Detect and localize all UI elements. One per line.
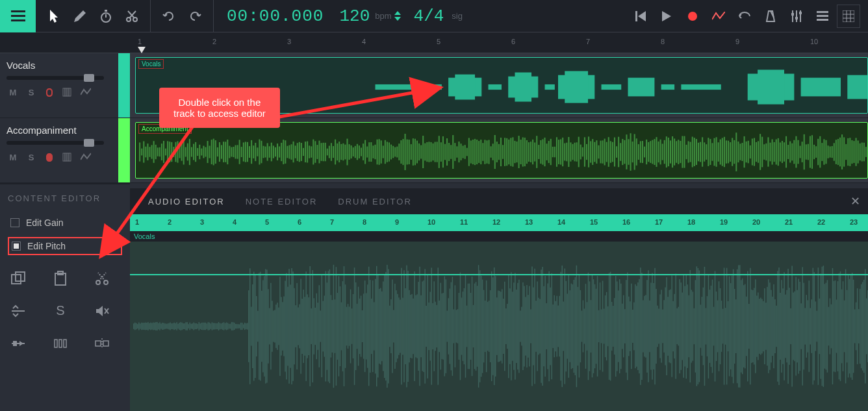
cursor-tool[interactable] [41,3,67,29]
svg-rect-704 [482,280,483,373]
svg-rect-209 [413,138,414,166]
piano-icon[interactable] [61,86,74,98]
svg-rect-345 [683,136,685,168]
loop-button[interactable] [733,5,756,28]
svg-rect-497 [212,322,213,330]
solo-button[interactable]: S [25,151,38,163]
svg-rect-971 [831,305,832,349]
play-button[interactable] [655,5,678,28]
timeline-ruler[interactable]: 12345678910 [130,32,868,53]
time-display[interactable]: 00:00.000 [214,6,337,26]
svg-rect-883 [716,292,717,361]
piano-icon[interactable] [61,151,74,163]
svg-rect-434 [862,143,863,162]
list-button[interactable] [811,5,834,28]
svg-rect-316 [626,134,627,169]
mute-tool[interactable] [92,301,112,321]
paste-tool[interactable] [50,268,71,289]
svg-rect-331 [656,137,657,167]
grid-button[interactable] [837,5,860,28]
automation-icon[interactable] [79,86,92,98]
svg-rect-99 [193,144,194,160]
svg-rect-421 [836,140,837,164]
volume-slider[interactable] [6,141,104,145]
track-lane-accompaniment[interactable]: Accompaniment [130,118,868,183]
tab-note-editor[interactable]: NOTE EDITOR [235,197,328,206]
editor-waveform[interactable] [130,242,868,411]
svg-rect-309 [612,142,613,162]
bpm-value[interactable]: 120 [337,6,372,26]
svg-rect-991 [857,288,858,364]
svg-rect-899 [737,269,738,383]
track-header-accompaniment[interactable]: Accompaniment M S [0,118,130,183]
tab-audio-editor[interactable]: AUDIO EDITOR [138,197,235,206]
pencil-tool[interactable] [67,3,93,29]
track-header-vocals[interactable]: Vocals M S [0,53,130,118]
playhead-icon[interactable] [138,47,146,53]
svg-rect-297 [588,136,589,167]
svg-rect-984 [848,275,849,378]
svg-rect-492 [205,323,207,330]
mixer-button[interactable] [785,5,808,28]
tab-drum-editor[interactable]: DRUM EDITOR [327,197,422,206]
bpm-down[interactable] [394,17,401,21]
cut-tool[interactable] [92,268,112,289]
undo-button[interactable] [156,3,182,29]
editor-ruler[interactable]: 1234567891011121314151617181920212223 [130,214,868,231]
svg-rect-144 [283,140,284,164]
split-tool[interactable] [92,333,112,354]
metronome-button[interactable] [759,5,782,28]
svg-rect-842 [662,310,663,343]
arm-record-icon[interactable] [43,151,56,163]
svg-rect-669 [436,305,437,347]
automation-icon[interactable] [79,151,92,163]
svg-rect-713 [494,268,495,385]
svg-rect-349 [692,137,693,168]
svg-rect-51 [64,340,66,347]
svg-rect-185 [364,140,366,164]
redo-button[interactable] [182,3,208,29]
svg-rect-924 [769,282,771,369]
solo-button[interactable]: S [25,86,38,98]
svg-rect-934 [782,288,784,364]
content-editor-panel: CONTENT EDITOR Edit Gain Edit Pitch S [0,183,130,411]
scissors-tool[interactable] [119,3,145,29]
close-icon[interactable]: ✕ [850,194,860,208]
edit-pitch-option[interactable]: Edit Pitch [8,237,122,255]
svg-rect-335 [664,140,665,164]
mute-button[interactable]: M [6,151,19,163]
volume-slider[interactable] [6,76,104,80]
svg-rect-479 [188,324,189,329]
svg-rect-586 [328,271,329,381]
svg-rect-505 [222,323,223,330]
time-signature[interactable]: 4/4 [401,6,450,26]
svg-rect-489 [201,323,203,330]
automation-button[interactable] [707,5,730,28]
svg-rect-85 [165,149,166,156]
svg-rect-730 [516,290,517,363]
arm-record-icon[interactable] [43,86,56,98]
svg-rect-181 [357,144,358,160]
timer-tool[interactable] [93,3,119,29]
record-button[interactable] [681,5,704,28]
svg-rect-954 [809,280,810,372]
duplicate-tool[interactable] [8,268,29,289]
quantize-tool[interactable] [50,333,71,354]
edit-gain-option[interactable]: Edit Gain [8,215,122,230]
svg-rect-916 [759,299,760,354]
menu-button[interactable] [0,0,36,32]
stretch-tool[interactable]: S [50,301,71,321]
svg-rect-909 [750,268,751,385]
svg-rect-53 [103,341,108,346]
fade-tool[interactable] [8,333,29,354]
bpm-up[interactable] [394,11,401,15]
svg-rect-48 [13,341,17,346]
svg-rect-657 [420,295,422,357]
skip-start-button[interactable] [629,5,652,28]
svg-rect-601 [348,304,349,349]
trim-tool[interactable] [8,301,29,321]
svg-rect-908 [748,304,750,349]
svg-rect-804 [613,306,614,347]
svg-rect-486 [198,324,199,329]
mute-button[interactable]: M [6,86,19,98]
